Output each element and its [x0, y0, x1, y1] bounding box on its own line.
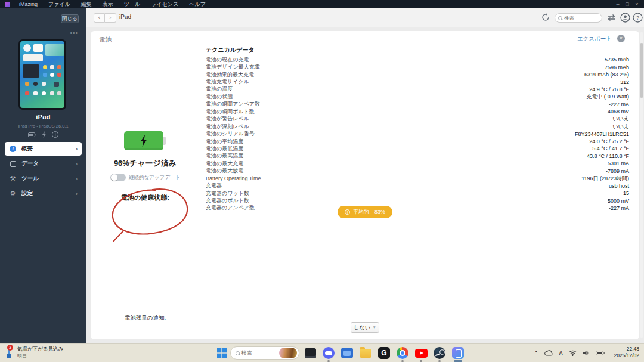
- continuous-update-toggle[interactable]: [110, 174, 126, 181]
- windows-start-button[interactable]: [217, 348, 227, 358]
- menu-item-4[interactable]: ツール: [119, 1, 145, 7]
- tech-label: 充電器のボルト数: [206, 197, 249, 205]
- tech-row: Battery Operating Time1196日 (28723時間): [206, 175, 629, 182]
- battery-notify-dropdown[interactable]: しない ▼: [351, 322, 379, 333]
- cloud-icon[interactable]: [544, 350, 553, 356]
- export-link[interactable]: エクスポート: [577, 35, 612, 43]
- tech-value: -7809 mA: [606, 168, 629, 174]
- input-language-indicator[interactable]: A: [559, 350, 563, 357]
- scrollbar[interactable]: [640, 32, 643, 338]
- menu-item-2[interactable]: 編集: [76, 1, 97, 7]
- help-icon[interactable]: ?: [633, 13, 643, 23]
- weather-line2: 明日: [17, 353, 63, 360]
- chevron-up-icon[interactable]: ⌃: [534, 350, 538, 357]
- sidebar-item-overview[interactable]: i 概要 ›: [5, 142, 82, 156]
- sidebar-item-label: 概要: [21, 145, 33, 153]
- imazing-logo-icon: [5, 2, 10, 7]
- weather-widget[interactable]: 3 気温が下がる見込み 明日: [4, 345, 63, 360]
- taskbar-search[interactable]: [230, 346, 299, 360]
- tech-value: 1196日 (28723時間): [581, 175, 629, 182]
- speaker-icon[interactable]: [583, 350, 590, 356]
- sidebar: 閉じる •••: [0, 8, 86, 343]
- menu-item-0[interactable]: iMazing: [14, 1, 43, 7]
- menu-item-1[interactable]: ファイル: [43, 1, 76, 7]
- main-area: ‹ › iPad ? 電池 エクスポート × 96: [86, 8, 644, 343]
- tech-row: 電池が警告レベルいいえ: [206, 116, 629, 123]
- youtube-icon[interactable]: [414, 346, 428, 360]
- menu-item-5[interactable]: ライセンス: [145, 1, 184, 7]
- discord-icon[interactable]: [321, 346, 336, 360]
- sidebar-item-data[interactable]: データ ›: [5, 157, 82, 171]
- menu-item-3[interactable]: 表示: [97, 1, 119, 7]
- search-input[interactable]: [564, 15, 600, 21]
- battery-graphic: [124, 131, 169, 151]
- forward-button[interactable]: ›: [105, 13, 116, 23]
- tech-row: 電池の最高温度43.8 °C / 110.8 °F: [206, 153, 629, 160]
- battery-health-label: 電池の健康状態:: [91, 193, 200, 202]
- dark-app-icon[interactable]: [303, 346, 317, 360]
- tech-label: 充電器のワット数: [206, 190, 249, 197]
- column-divider: [200, 44, 200, 333]
- imazing-icon[interactable]: [451, 346, 465, 360]
- battery-status-icon: [28, 132, 36, 137]
- tech-label: 電池のシリアル番号: [206, 130, 255, 138]
- svg-text:?: ?: [636, 15, 639, 21]
- tech-row: 電池の瞬間ボルト数4068 mV: [206, 108, 629, 115]
- tech-row: 電池の現在の充電5735 mAh: [206, 56, 629, 63]
- device-thumbnail[interactable]: [18, 39, 66, 110]
- chevron-right-icon: ›: [76, 146, 78, 152]
- sidebar-item-label: ツール: [21, 175, 39, 182]
- tech-label: 充電器: [206, 182, 222, 190]
- menu-bar: iMazingファイル編集表示ツールライセンスヘルプ – □ ×: [0, 0, 644, 8]
- github-icon[interactable]: G: [377, 346, 391, 360]
- close-device-button[interactable]: 閉じる: [61, 14, 79, 23]
- tech-value: 6319 mAh (83.2%): [584, 72, 629, 78]
- info-status-icon[interactable]: [52, 131, 58, 138]
- charge-status-text: 96%チャージ済み: [91, 158, 200, 169]
- tech-value: 充電中 (-0.9 Watt): [586, 93, 629, 101]
- chrome-icon: [397, 347, 408, 359]
- chrome-icon[interactable]: [395, 346, 410, 360]
- sidebar-item-settings[interactable]: ⚙ 設定 ›: [5, 187, 82, 200]
- battery-tray-icon[interactable]: [596, 351, 605, 355]
- tech-value: usb host: [609, 183, 629, 189]
- tech-label: 電池の瞬間ボルト数: [206, 108, 255, 116]
- clock-time: 22:48: [614, 346, 639, 352]
- sidebar-item-label: データ: [21, 160, 39, 168]
- clock[interactable]: 22:48 2025/12/02: [614, 346, 639, 359]
- charging-icon: [42, 131, 47, 138]
- maximize-button[interactable]: □: [624, 0, 631, 8]
- device-subtitle: iPad Pro - iPadOS 26.0.1: [0, 123, 86, 129]
- battery-level-icon: [124, 131, 163, 150]
- tech-label: 電池の最高温度: [206, 152, 243, 160]
- continuous-update-row: 継続的なアップデート: [91, 174, 200, 181]
- window-controls: – □ ×: [614, 0, 644, 8]
- more-options-icon[interactable]: •••: [70, 30, 78, 36]
- menu-item-6[interactable]: ヘルプ: [184, 1, 211, 7]
- folder-icon[interactable]: [358, 346, 373, 360]
- dark-app-icon: [305, 348, 316, 358]
- wifi-icon[interactable]: [569, 350, 577, 356]
- toolbox-icon[interactable]: [340, 346, 354, 360]
- minimize-button[interactable]: –: [614, 0, 621, 8]
- back-button[interactable]: ‹: [94, 13, 105, 23]
- transfer-icon[interactable]: [606, 13, 617, 23]
- system-tray: ⌃ A: [534, 344, 605, 362]
- taskbar-search-input[interactable]: [242, 350, 279, 356]
- close-panel-icon[interactable]: ×: [617, 35, 625, 42]
- refresh-icon[interactable]: [541, 13, 550, 22]
- dropdown-value: しない: [354, 324, 370, 332]
- tech-label: 電池の温度: [206, 85, 233, 93]
- youtube-icon: [415, 349, 428, 358]
- toolbar-search[interactable]: [555, 13, 602, 23]
- scrollbar-thumb[interactable]: [640, 43, 643, 98]
- sidebar-nav: i 概要 › データ › ⚒ ツール › ⚙ 設定 ›: [5, 142, 82, 200]
- sidebar-item-tools[interactable]: ⚒ ツール ›: [5, 172, 82, 185]
- account-icon[interactable]: [620, 13, 630, 23]
- search-highlight-image[interactable]: [279, 348, 297, 358]
- steam-icon[interactable]: [432, 346, 447, 360]
- close-window-button[interactable]: ×: [633, 0, 640, 8]
- battery-panel: 電池 エクスポート × 96%チャージ済み 継続的なアップデート 電池の健康状態…: [91, 31, 639, 339]
- tech-value: F8Y234407LH1LRC51: [575, 131, 629, 137]
- chevron-down-icon: ▼: [373, 326, 376, 329]
